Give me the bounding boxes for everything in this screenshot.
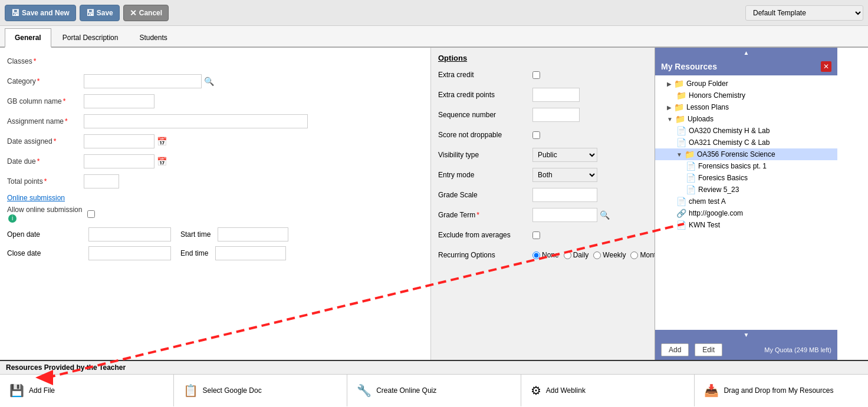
date-assigned-input[interactable]: 11/16 <box>84 134 154 148</box>
recurring-none-option[interactable]: None <box>532 251 559 259</box>
kwn-test-label: KWN Test <box>689 221 720 229</box>
google-doc-icon: 📋 <box>183 383 198 398</box>
recurring-weekly-radio[interactable] <box>593 252 601 259</box>
add-weblink-action[interactable]: ⚙ Add Weblink <box>521 375 695 406</box>
resource-forensics-basics[interactable]: 📄 Foresics Basics <box>655 172 837 184</box>
resources-add-button[interactable]: Add <box>661 343 689 356</box>
exclude-averages-row: Exclude from averages <box>438 227 647 243</box>
info-icon: i <box>8 214 17 223</box>
end-time-input[interactable] <box>215 246 286 260</box>
gb-column-input[interactable] <box>84 94 154 108</box>
drag-drop-action[interactable]: 📥 Drag and Drop from My Resources <box>695 375 868 406</box>
forensics-pt1-icon: 📄 <box>686 161 696 171</box>
weblink-icon: ⚙ <box>531 383 541 398</box>
my-resources-panel: ▲ My Resources ✕ ▶ 📁 Group Folder 📁 Hono… <box>655 48 837 360</box>
grade-term-search-button[interactable]: 🔍 <box>600 210 610 220</box>
category-input[interactable] <box>84 74 202 88</box>
resource-kwn-test[interactable]: 📄 KWN Test <box>655 219 837 231</box>
allow-online-checkbox[interactable] <box>87 210 95 218</box>
forensics-pt1-label: Forensics basics pt. 1 <box>698 162 767 170</box>
resources-tree: ▶ 📁 Group Folder 📁 Honors Chemistry ▶ 📁 … <box>655 75 837 330</box>
resource-uploads[interactable]: ▼ 📁 Uploads <box>655 113 837 125</box>
score-not-droppable-checkbox[interactable] <box>532 131 540 139</box>
grade-term-input[interactable] <box>532 208 597 222</box>
assignment-row: Assignment name* <box>7 114 423 129</box>
date-due-calendar-button[interactable]: 📅 <box>157 157 167 166</box>
resources-edit-button[interactable]: Edit <box>695 343 722 356</box>
resources-header: My Resources ✕ <box>655 58 837 75</box>
recurring-weekly-option[interactable]: Weekly <box>593 251 626 259</box>
date-assigned-row: Date assigned* 11/16 📅 <box>7 134 423 149</box>
close-date-input[interactable] <box>88 246 171 260</box>
online-quiz-icon: 🔧 <box>357 383 371 398</box>
exclude-averages-checkbox[interactable] <box>532 231 540 239</box>
review-523-icon: 📄 <box>686 185 696 194</box>
sequence-number-row: Sequence number 291 <box>438 107 647 123</box>
gb-column-label: GB column name* <box>7 97 84 105</box>
resource-oa320[interactable]: 📄 OA320 Chemisty H & Lab <box>655 125 837 137</box>
start-time-label: Start time <box>180 230 211 239</box>
allow-online-label: Allow online submission i <box>7 206 84 223</box>
date-due-row: Date due* 11/16 📅 <box>7 154 423 169</box>
save-icon: 🖫 <box>86 8 94 18</box>
date-due-input[interactable]: 11/16 <box>84 154 154 168</box>
resource-google-link[interactable]: 🔗 http://google.com <box>655 207 837 219</box>
resource-review-523[interactable]: 📄 Review 5_23 <box>655 184 837 196</box>
recurring-month-radio[interactable] <box>630 252 638 259</box>
visibility-type-row: Visibility type Public Private <box>438 147 647 163</box>
save-new-icon: 🖫 <box>11 8 19 18</box>
quota-text: My Quota (249 MB left) <box>764 346 831 353</box>
resource-oa321[interactable]: 📄 OA321 Chemisty C & Lab <box>655 137 837 148</box>
oa356-arrow: ▼ <box>676 151 682 158</box>
tab-students[interactable]: Students <box>129 28 177 47</box>
recurring-daily-radio[interactable] <box>564 252 571 259</box>
kwn-test-icon: 📄 <box>676 220 686 230</box>
recurring-radio-group: None Daily Weekly Month <box>532 251 660 259</box>
grade-term-required: * <box>476 211 479 219</box>
total-points-input[interactable]: 0 <box>84 174 119 188</box>
select-google-doc-action[interactable]: 📋 Select Google Doc <box>174 375 348 406</box>
resource-forensics-pt1[interactable]: 📄 Forensics basics pt. 1 <box>655 160 837 172</box>
bottom-bar: Resources Provided by the Teacher 💾 Add … <box>0 360 868 407</box>
oa320-label: OA320 Chemisty H & Lab <box>689 127 770 135</box>
start-time-input[interactable] <box>218 227 288 241</box>
resource-honors-chemistry[interactable]: 📁 Honors Chemistry <box>655 90 837 101</box>
recurring-none-radio[interactable] <box>532 252 540 259</box>
create-online-quiz-action[interactable]: 🔧 Create Online Quiz <box>347 375 521 406</box>
tab-bar: General Portal Description Students <box>0 26 868 48</box>
save-button[interactable]: 🖫 Save <box>80 5 120 21</box>
cancel-button[interactable]: ✕ Cancel <box>123 5 169 21</box>
extra-credit-points-input[interactable]: 0 <box>532 88 580 102</box>
allow-online-row: Allow online submission i <box>7 206 423 223</box>
template-select[interactable]: Default Template <box>745 5 863 21</box>
resource-chem-test[interactable]: 📄 chem test A <box>655 196 837 207</box>
category-search-button[interactable]: 🔍 <box>204 77 214 86</box>
visibility-type-label: Visibility type <box>438 151 532 159</box>
oa320-icon: 📄 <box>676 126 686 135</box>
visibility-type-select[interactable]: Public Private <box>532 148 597 162</box>
entry-mode-select[interactable]: Both Web Mobile <box>532 168 597 182</box>
resources-close-button[interactable]: ✕ <box>821 61 831 72</box>
assignment-name-input[interactable] <box>84 114 308 128</box>
left-form-panel: Classes* Category* 🔍 GB column name* Ass… <box>0 48 430 360</box>
resources-scroll-up[interactable]: ▲ <box>655 48 837 58</box>
recurring-daily-option[interactable]: Daily <box>564 251 589 259</box>
tab-portal-description[interactable]: Portal Description <box>52 28 129 47</box>
grade-scale-input[interactable] <box>532 188 597 202</box>
entry-mode-row: Entry mode Both Web Mobile <box>438 167 647 183</box>
open-date-input[interactable] <box>88 227 171 241</box>
sequence-number-label: Sequence number <box>438 111 532 119</box>
tab-general[interactable]: General <box>5 28 51 48</box>
resource-oa356[interactable]: ▼ 📁 OA356 Forensic Science <box>655 148 837 160</box>
add-file-action[interactable]: 💾 Add File <box>0 375 174 406</box>
resources-scroll-down[interactable]: ▼ <box>655 330 837 340</box>
resource-group-folder[interactable]: ▶ 📁 Group Folder <box>655 78 837 90</box>
resource-lesson-plans[interactable]: ▶ 📁 Lesson Plans <box>655 101 837 113</box>
date-assigned-calendar-button[interactable]: 📅 <box>157 137 167 146</box>
sequence-number-input[interactable]: 291 <box>532 108 580 122</box>
save-and-new-button[interactable]: 🖫 Save and New <box>5 5 76 21</box>
extra-credit-points-row: Extra credit points 0 <box>438 87 647 102</box>
online-submission-link[interactable]: Online submission <box>7 194 65 202</box>
total-points-label: Total points* <box>7 177 84 186</box>
extra-credit-checkbox[interactable] <box>532 71 540 79</box>
